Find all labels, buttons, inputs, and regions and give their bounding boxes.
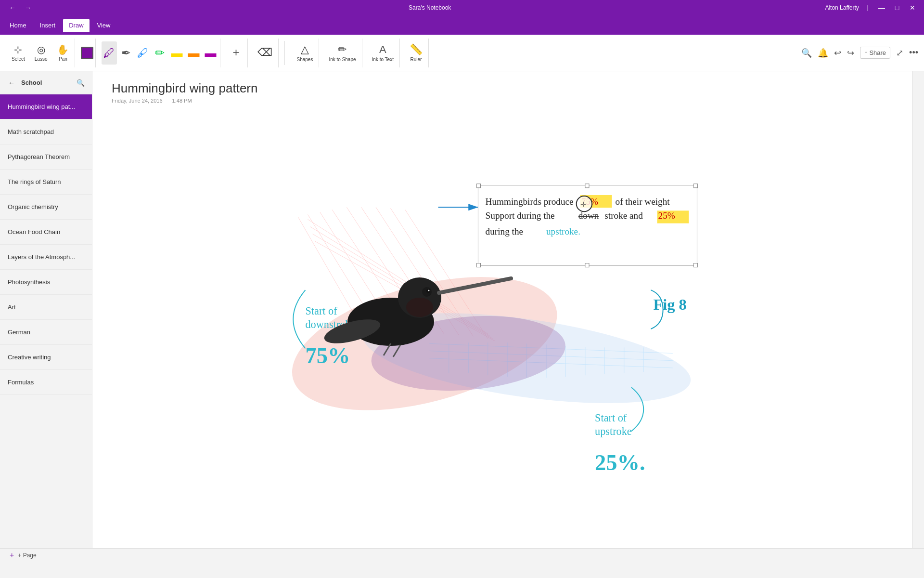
pen-icon-3: 🖋 bbox=[137, 46, 149, 60]
pen-tool-2[interactable]: ✒ bbox=[118, 41, 134, 65]
title-bar: ← → Sara's Notebook Alton Lafferty | — □… bbox=[0, 0, 924, 15]
back-button[interactable]: ← bbox=[6, 1, 19, 14]
share-button[interactable]: ↑ Share bbox=[860, 47, 890, 59]
select-label: Select bbox=[12, 56, 25, 62]
ink-shape-label: Ink to Shape bbox=[329, 57, 356, 62]
ribbon-right: 🔍 🔔 ↩ ↪ ↑ Share ⤢ ••• bbox=[801, 47, 918, 59]
svg-text:Fig 8: Fig 8 bbox=[653, 296, 686, 313]
svg-text:stroke and: stroke and bbox=[604, 210, 643, 221]
hummingbird-svg bbox=[213, 158, 588, 447]
ruler-group: 📏 Ruler bbox=[404, 39, 429, 67]
add-pen-button[interactable]: + bbox=[226, 39, 245, 66]
shapes-button[interactable]: △ Shapes bbox=[293, 39, 317, 66]
eraser-group: ⌫ bbox=[252, 39, 279, 67]
window-controls: — □ ✕ bbox=[876, 2, 918, 13]
ruler-icon: 📏 bbox=[410, 43, 423, 56]
svg-text:25%: 25% bbox=[658, 210, 675, 221]
select-tool-button[interactable]: ⊹ Select bbox=[8, 39, 29, 66]
menu-insert[interactable]: Insert bbox=[34, 19, 62, 32]
note-date: Friday, June 24, 2016 bbox=[112, 98, 163, 104]
ruler-label: Ruler bbox=[411, 57, 422, 62]
shapes-group: △ Shapes bbox=[291, 39, 319, 67]
menu-draw[interactable]: Draw bbox=[63, 19, 89, 32]
separator-line: | bbox=[867, 4, 868, 11]
maximize-button[interactable]: □ bbox=[891, 2, 903, 13]
minimize-button[interactable]: — bbox=[876, 2, 887, 13]
sidebar-item-formulas[interactable]: Formulas bbox=[0, 370, 92, 395]
pen-icon-6: ▬ bbox=[188, 46, 199, 60]
sidebar-item-photosynthesis[interactable]: Photosynthesis bbox=[0, 270, 92, 295]
ribbon: ⊹ Select ◎ Lasso ✋ Pan 🖊 ✒ 🖋 ✏ ▬ bbox=[0, 35, 924, 71]
sidebar-item-pythagorean[interactable]: Pythagorean Theorem bbox=[0, 144, 92, 170]
add-pen-group: + bbox=[224, 39, 248, 67]
note-meta: Friday, June 24, 2016 1:48 PM bbox=[112, 98, 893, 104]
close-button[interactable]: ✕ bbox=[907, 2, 918, 13]
ribbon-sep-1 bbox=[284, 41, 285, 65]
ruler-button[interactable]: 📏 Ruler bbox=[406, 39, 426, 66]
note-time: 1:48 PM bbox=[172, 98, 192, 104]
sidebar-item-organic[interactable]: Organic chemistry bbox=[0, 195, 92, 220]
svg-rect-35 bbox=[693, 184, 697, 188]
ink-to-shape-group: ✏ Ink to Shape bbox=[323, 39, 362, 67]
undo-icon[interactable]: ↩ bbox=[834, 48, 841, 58]
more-icon[interactable]: ••• bbox=[909, 48, 918, 58]
ink-to-text-group: A Ink to Text bbox=[366, 39, 400, 67]
forward-button[interactable]: → bbox=[21, 1, 35, 14]
sidebar-item-saturn[interactable]: The rings of Saturn bbox=[0, 170, 92, 195]
eraser-button[interactable]: ⌫ bbox=[254, 39, 276, 66]
svg-point-64 bbox=[428, 290, 430, 291]
pen-tool-1[interactable]: 🖊 bbox=[102, 41, 117, 65]
pen-icon-7: ▬ bbox=[205, 46, 216, 60]
pen-tool-6[interactable]: ▬ bbox=[186, 41, 201, 65]
note-title: Hummingbird wing pattern bbox=[112, 81, 893, 96]
add-page-button[interactable]: + + Page bbox=[6, 549, 40, 562]
sidebar-item-layers[interactable]: Layers of the Atmosph... bbox=[0, 245, 92, 270]
search-icon[interactable]: 🔍 bbox=[801, 48, 812, 58]
menu-view[interactable]: View bbox=[91, 19, 116, 32]
menu-home[interactable]: Home bbox=[4, 19, 32, 32]
redo-icon[interactable]: ↪ bbox=[847, 48, 854, 58]
pen-icon-4: ✏ bbox=[155, 46, 165, 60]
ink-text-label: Ink to Text bbox=[372, 57, 394, 62]
sidebar-item-hummingbird[interactable]: Hummingbird wing pat... bbox=[0, 94, 92, 119]
nav-buttons: ← → bbox=[6, 1, 35, 14]
sidebar-item-math[interactable]: Math scratchpad bbox=[0, 119, 92, 144]
pen-tool-4[interactable]: ✏ bbox=[152, 41, 167, 65]
add-pen-icon: + bbox=[232, 46, 239, 59]
pen-tool-3[interactable]: 🖋 bbox=[135, 41, 151, 65]
pan-tool-button[interactable]: ✋ Pan bbox=[53, 39, 73, 66]
sidebar-item-german[interactable]: German bbox=[0, 320, 92, 345]
sidebar-back-button[interactable]: ← bbox=[6, 77, 17, 89]
ink-shape-icon: ✏ bbox=[338, 43, 346, 56]
select-tools-group: ⊹ Select ◎ Lasso ✋ Pan bbox=[6, 39, 75, 67]
eraser-icon: ⌫ bbox=[257, 46, 272, 59]
menu-bar: Home Insert Draw View bbox=[0, 15, 924, 35]
add-page-label: + Page bbox=[18, 552, 36, 559]
svg-line-61 bbox=[439, 278, 511, 293]
pen-tool-5[interactable]: ▬ bbox=[169, 41, 184, 65]
pen-tool-7[interactable]: ▬ bbox=[203, 41, 218, 65]
ink-to-text-button[interactable]: A Ink to Text bbox=[368, 39, 398, 66]
shapes-icon: △ bbox=[301, 43, 309, 56]
bell-icon[interactable]: 🔔 bbox=[818, 48, 828, 58]
pen-icon-1: 🖊 bbox=[103, 46, 115, 60]
sidebar-item-art[interactable]: Art bbox=[0, 295, 92, 320]
sidebar-item-ocean[interactable]: Ocean Food Chain bbox=[0, 220, 92, 245]
fullscreen-icon[interactable]: ⤢ bbox=[896, 48, 903, 58]
note-canvas[interactable]: Hummingbirds produce 75% of their weight… bbox=[92, 110, 912, 548]
ink-to-shape-button[interactable]: ✏ Ink to Shape bbox=[325, 39, 359, 66]
svg-rect-38 bbox=[693, 263, 697, 267]
color-group bbox=[79, 39, 96, 67]
active-color-swatch[interactable] bbox=[81, 47, 93, 59]
svg-rect-46 bbox=[657, 210, 689, 223]
pan-label: Pan bbox=[59, 56, 67, 62]
add-page-icon: + bbox=[10, 551, 14, 560]
lasso-tool-button[interactable]: ◎ Lasso bbox=[31, 39, 51, 66]
lasso-icon: ◎ bbox=[37, 44, 45, 55]
right-panel bbox=[912, 71, 924, 548]
main-area: ← School 🔍 Hummingbird wing pat... Math … bbox=[0, 71, 924, 548]
pan-icon: ✋ bbox=[57, 44, 69, 55]
sidebar-item-creative[interactable]: Creative writing bbox=[0, 345, 92, 370]
user-name: Alton Lafferty bbox=[825, 4, 859, 11]
sidebar-search-button[interactable]: 🔍 bbox=[75, 77, 86, 89]
